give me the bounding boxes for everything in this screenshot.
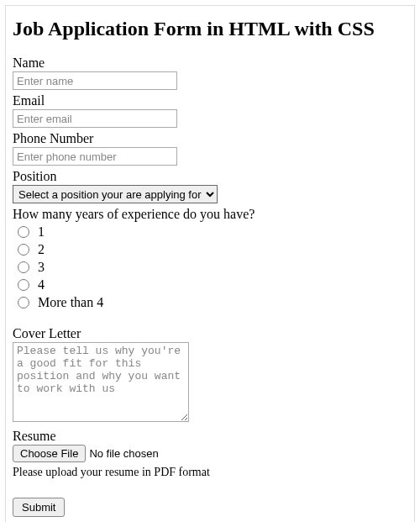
submit-button[interactable]: Submit bbox=[13, 498, 65, 517]
experience-radio-4[interactable] bbox=[18, 279, 29, 291]
phone-input[interactable] bbox=[13, 147, 177, 166]
experience-option: 1 bbox=[18, 224, 407, 240]
experience-radio-3[interactable] bbox=[18, 261, 29, 273]
experience-option: 4 bbox=[18, 277, 407, 293]
experience-radio-label: 3 bbox=[38, 260, 45, 275]
resume-file-row: Choose File No file chosen bbox=[13, 445, 407, 462]
phone-label: Phone Number bbox=[13, 131, 407, 146]
email-label: Email bbox=[13, 93, 407, 108]
experience-label: How many years of experience do you have… bbox=[13, 207, 407, 222]
cover-letter-label: Cover Letter bbox=[13, 326, 407, 341]
experience-radio-label: 2 bbox=[38, 242, 45, 257]
experience-option: 2 bbox=[18, 242, 407, 257]
cover-letter-textarea[interactable] bbox=[13, 342, 189, 422]
name-label: Name bbox=[13, 55, 407, 71]
page-title: Job Application Form in HTML with CSS bbox=[13, 18, 407, 40]
position-label: Position bbox=[13, 169, 407, 184]
position-select[interactable]: Select a position your are applying for bbox=[13, 185, 218, 203]
experience-radio-label: 4 bbox=[38, 277, 45, 293]
experience-radio-2[interactable] bbox=[18, 244, 29, 256]
resume-label: Resume bbox=[13, 429, 407, 444]
experience-option: 3 bbox=[18, 260, 407, 275]
experience-option: More than 4 bbox=[18, 295, 407, 310]
email-input[interactable] bbox=[13, 109, 177, 128]
form-container: Job Application Form in HTML with CSS Na… bbox=[5, 5, 415, 522]
resume-hint: Please upload your resume in PDF format bbox=[13, 466, 407, 479]
experience-radio-1[interactable] bbox=[18, 226, 29, 238]
choose-file-button[interactable]: Choose File bbox=[13, 445, 86, 462]
experience-radio-label: 1 bbox=[38, 224, 45, 240]
experience-radio-label: More than 4 bbox=[38, 295, 103, 310]
file-status-text: No file chosen bbox=[89, 447, 158, 460]
experience-radio-group: 1 2 3 4 More than 4 bbox=[18, 224, 407, 310]
name-input[interactable] bbox=[13, 71, 177, 90]
experience-radio-5[interactable] bbox=[18, 297, 29, 308]
